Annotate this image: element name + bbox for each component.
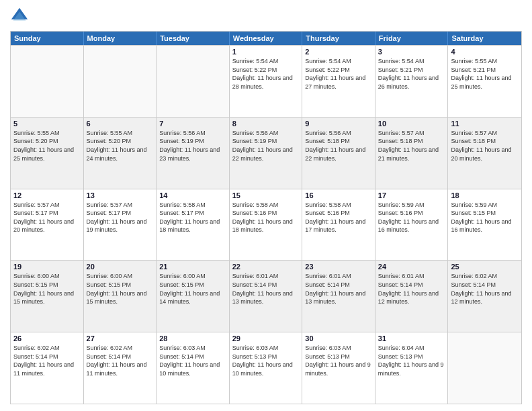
day-info: Sunrise: 6:02 AMSunset: 5:14 PMDaylight:… xyxy=(87,344,154,377)
day-info: Sunrise: 6:03 AMSunset: 5:14 PMDaylight:… xyxy=(159,344,226,377)
day-info: Sunrise: 6:00 AMSunset: 5:15 PMDaylight:… xyxy=(87,272,154,306)
day-info: Sunrise: 5:55 AMSunset: 5:20 PMDaylight:… xyxy=(87,129,154,163)
calendar-cell: 2Sunrise: 5:54 AMSunset: 5:22 PMDaylight… xyxy=(302,46,375,117)
calendar-cell: 28Sunrise: 6:03 AMSunset: 5:14 PMDayligh… xyxy=(157,332,230,404)
day-number: 30 xyxy=(305,334,372,342)
day-info: Sunrise: 5:57 AMSunset: 5:18 PMDaylight:… xyxy=(378,129,445,163)
calendar-cell: 22Sunrise: 6:01 AMSunset: 5:14 PMDayligh… xyxy=(230,261,303,332)
calendar-cell: 8Sunrise: 5:56 AMSunset: 5:19 PMDaylight… xyxy=(230,118,303,189)
calendar-cell: 30Sunrise: 6:03 AMSunset: 5:13 PMDayligh… xyxy=(302,332,375,404)
calendar-cell: 21Sunrise: 6:00 AMSunset: 5:15 PMDayligh… xyxy=(157,261,230,332)
day-info: Sunrise: 5:58 AMSunset: 5:16 PMDaylight:… xyxy=(232,201,300,234)
day-number: 21 xyxy=(159,263,226,271)
day-info: Sunrise: 6:02 AMSunset: 5:14 PMDaylight:… xyxy=(451,272,519,306)
day-number: 27 xyxy=(87,334,154,342)
day-info: Sunrise: 6:04 AMSunset: 5:13 PMDaylight:… xyxy=(378,344,445,377)
day-number: 3 xyxy=(378,48,445,56)
day-number: 24 xyxy=(378,263,445,271)
calendar-cell xyxy=(11,46,84,117)
day-info: Sunrise: 5:56 AMSunset: 5:18 PMDaylight:… xyxy=(305,129,372,163)
day-info: Sunrise: 5:56 AMSunset: 5:19 PMDaylight:… xyxy=(232,129,300,163)
calendar-cell: 23Sunrise: 6:01 AMSunset: 5:14 PMDayligh… xyxy=(302,261,375,332)
calendar-cell xyxy=(448,332,521,404)
calendar: SundayMondayTuesdayWednesdayThursdayFrid… xyxy=(10,31,522,404)
calendar-cell: 4Sunrise: 5:55 AMSunset: 5:21 PMDaylight… xyxy=(448,46,521,117)
day-number: 25 xyxy=(451,263,519,271)
calendar-cell: 18Sunrise: 5:59 AMSunset: 5:15 PMDayligh… xyxy=(448,189,521,261)
day-number: 18 xyxy=(451,191,519,199)
calendar-cell: 17Sunrise: 5:59 AMSunset: 5:16 PMDayligh… xyxy=(375,189,449,261)
calendar-cell: 20Sunrise: 6:00 AMSunset: 5:15 PMDayligh… xyxy=(84,261,157,332)
day-number: 28 xyxy=(159,334,226,342)
calendar-cell: 5Sunrise: 5:55 AMSunset: 5:20 PMDaylight… xyxy=(11,118,84,189)
weekday-header-friday: Friday xyxy=(375,32,449,45)
day-number: 6 xyxy=(87,120,154,128)
calendar-cell: 26Sunrise: 6:02 AMSunset: 5:14 PMDayligh… xyxy=(11,332,84,404)
calendar-cell: 9Sunrise: 5:56 AMSunset: 5:18 PMDaylight… xyxy=(302,118,375,189)
day-info: Sunrise: 6:02 AMSunset: 5:14 PMDaylight:… xyxy=(13,344,81,377)
day-info: Sunrise: 5:54 AMSunset: 5:21 PMDaylight:… xyxy=(378,57,445,91)
calendar-cell: 24Sunrise: 6:01 AMSunset: 5:14 PMDayligh… xyxy=(375,261,449,332)
day-number: 16 xyxy=(305,191,372,199)
day-info: Sunrise: 5:56 AMSunset: 5:19 PMDaylight:… xyxy=(159,129,226,163)
calendar-cell: 27Sunrise: 6:02 AMSunset: 5:14 PMDayligh… xyxy=(84,332,157,404)
day-info: Sunrise: 6:01 AMSunset: 5:14 PMDaylight:… xyxy=(305,272,372,306)
day-number: 7 xyxy=(159,120,226,128)
day-number: 31 xyxy=(378,334,445,342)
page: SundayMondayTuesdayWednesdayThursdayFrid… xyxy=(0,0,532,411)
day-number: 8 xyxy=(232,120,300,128)
calendar-row-4: 19Sunrise: 6:00 AMSunset: 5:15 PMDayligh… xyxy=(11,260,521,332)
header xyxy=(10,7,522,26)
calendar-cell: 6Sunrise: 5:55 AMSunset: 5:20 PMDaylight… xyxy=(84,118,157,189)
day-info: Sunrise: 6:01 AMSunset: 5:14 PMDaylight:… xyxy=(378,272,445,306)
calendar-row-1: 1Sunrise: 5:54 AMSunset: 5:22 PMDaylight… xyxy=(11,45,521,117)
day-number: 4 xyxy=(451,48,519,56)
logo xyxy=(10,7,32,26)
day-info: Sunrise: 5:55 AMSunset: 5:21 PMDaylight:… xyxy=(451,57,519,91)
day-info: Sunrise: 5:57 AMSunset: 5:17 PMDaylight:… xyxy=(87,201,154,234)
calendar-cell: 16Sunrise: 5:58 AMSunset: 5:16 PMDayligh… xyxy=(302,189,375,261)
weekday-header-thursday: Thursday xyxy=(302,32,375,45)
day-number: 14 xyxy=(159,191,226,199)
day-number: 9 xyxy=(305,120,372,128)
calendar-cell: 13Sunrise: 5:57 AMSunset: 5:17 PMDayligh… xyxy=(84,189,157,261)
calendar-cell: 14Sunrise: 5:58 AMSunset: 5:17 PMDayligh… xyxy=(157,189,230,261)
weekday-header-sunday: Sunday xyxy=(11,32,84,45)
day-info: Sunrise: 5:55 AMSunset: 5:20 PMDaylight:… xyxy=(13,129,81,163)
day-number: 19 xyxy=(13,263,81,271)
logo-icon xyxy=(10,7,29,26)
calendar-row-5: 26Sunrise: 6:02 AMSunset: 5:14 PMDayligh… xyxy=(11,332,521,404)
calendar-cell xyxy=(84,46,157,117)
calendar-cell: 25Sunrise: 6:02 AMSunset: 5:14 PMDayligh… xyxy=(448,261,521,332)
day-info: Sunrise: 5:57 AMSunset: 5:17 PMDaylight:… xyxy=(13,201,81,234)
day-number: 10 xyxy=(378,120,445,128)
day-info: Sunrise: 5:58 AMSunset: 5:16 PMDaylight:… xyxy=(305,201,372,234)
calendar-header: SundayMondayTuesdayWednesdayThursdayFrid… xyxy=(11,32,521,45)
day-number: 12 xyxy=(13,191,81,199)
day-info: Sunrise: 5:59 AMSunset: 5:15 PMDaylight:… xyxy=(451,201,519,234)
day-info: Sunrise: 6:00 AMSunset: 5:15 PMDaylight:… xyxy=(13,272,81,306)
calendar-row-3: 12Sunrise: 5:57 AMSunset: 5:17 PMDayligh… xyxy=(11,189,521,261)
day-number: 23 xyxy=(305,263,372,271)
calendar-cell: 29Sunrise: 6:03 AMSunset: 5:13 PMDayligh… xyxy=(230,332,303,404)
day-number: 13 xyxy=(87,191,154,199)
day-info: Sunrise: 6:03 AMSunset: 5:13 PMDaylight:… xyxy=(305,344,372,377)
day-number: 22 xyxy=(232,263,300,271)
calendar-cell: 3Sunrise: 5:54 AMSunset: 5:21 PMDaylight… xyxy=(375,46,449,117)
day-info: Sunrise: 5:58 AMSunset: 5:17 PMDaylight:… xyxy=(159,201,226,234)
day-info: Sunrise: 6:03 AMSunset: 5:13 PMDaylight:… xyxy=(232,344,300,377)
day-number: 26 xyxy=(13,334,81,342)
calendar-cell: 1Sunrise: 5:54 AMSunset: 5:22 PMDaylight… xyxy=(230,46,303,117)
calendar-cell: 10Sunrise: 5:57 AMSunset: 5:18 PMDayligh… xyxy=(375,118,449,189)
day-info: Sunrise: 5:57 AMSunset: 5:18 PMDaylight:… xyxy=(451,129,519,163)
day-number: 15 xyxy=(232,191,300,199)
day-number: 11 xyxy=(451,120,519,128)
day-info: Sunrise: 6:00 AMSunset: 5:15 PMDaylight:… xyxy=(159,272,226,306)
weekday-header-tuesday: Tuesday xyxy=(157,32,230,45)
calendar-cell: 31Sunrise: 6:04 AMSunset: 5:13 PMDayligh… xyxy=(375,332,449,404)
calendar-cell: 15Sunrise: 5:58 AMSunset: 5:16 PMDayligh… xyxy=(230,189,303,261)
day-number: 2 xyxy=(305,48,372,56)
day-info: Sunrise: 5:59 AMSunset: 5:16 PMDaylight:… xyxy=(378,201,445,234)
day-number: 17 xyxy=(378,191,445,199)
day-info: Sunrise: 5:54 AMSunset: 5:22 PMDaylight:… xyxy=(232,57,300,91)
